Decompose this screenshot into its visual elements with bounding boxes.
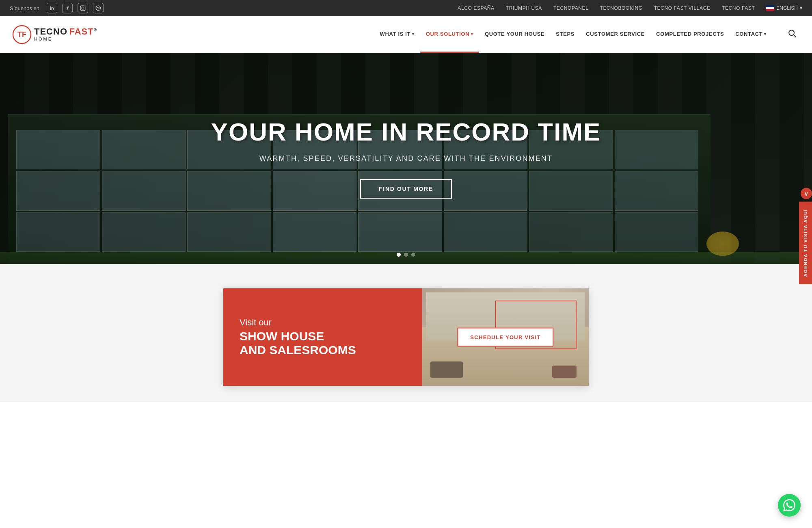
facebook-icon[interactable]: f <box>62 3 73 13</box>
hero-dot-3[interactable] <box>411 253 415 257</box>
logo-icon: TF <box>12 25 32 44</box>
svg-rect-0 <box>80 6 85 11</box>
logo-tecno: TECNO <box>34 26 67 37</box>
top-bar-links: ALCO ESPAÑA TRIUMPH USA TECNOPANEL TECNO… <box>458 5 802 11</box>
svg-point-1 <box>82 7 84 9</box>
nav-item-quote[interactable]: QUOTE YOUR HOUSE <box>479 16 550 53</box>
what-is-it-dropdown-icon: ▾ <box>412 32 415 36</box>
nav-item-steps[interactable]: STEPS <box>550 16 580 53</box>
hero-title: YOUR HOME IN RECORD TIME <box>211 118 601 146</box>
instagram-icon[interactable] <box>78 3 88 13</box>
nav-item-what-is-it[interactable]: WHAT IS IT ▾ <box>374 16 420 53</box>
topbar-link-tecnopanel[interactable]: TECNOPANEL <box>553 5 588 11</box>
follow-label: Síguenos en <box>10 5 39 11</box>
nav-item-customer-service[interactable]: CUSTOMER SERVICE <box>580 16 650 53</box>
lower-section: Visit our SHOW HOUSE AND SALESROOMS SCHE… <box>0 264 812 402</box>
hero-subtitle: WARMTH, SPEED, VERSATILITY AND CARE WITH… <box>211 154 601 163</box>
nav-links: WHAT IS IT ▾ OUR SOLUTION ▾ QUOTE YOUR H… <box>374 16 772 53</box>
search-button[interactable] <box>784 26 800 43</box>
agenda-button[interactable]: AGENDA TU VISITA AQUÍ <box>799 201 812 284</box>
nav-item-completed-projects[interactable]: COMPLETED PROJECTS <box>650 16 730 53</box>
language-selector[interactable]: ENGLISH ▾ <box>766 5 802 11</box>
show-house-card: Visit our SHOW HOUSE AND SALESROOMS SCHE… <box>223 288 589 386</box>
lang-dropdown-arrow: ▾ <box>800 5 802 11</box>
hero-carousel-dots <box>397 253 415 257</box>
svg-point-2 <box>84 6 84 7</box>
linkedin-icon[interactable]: in <box>47 3 57 13</box>
logo[interactable]: TF TECNO FAST® HOME <box>12 25 97 44</box>
main-nav: TF TECNO FAST® HOME WHAT IS IT ▾ OUR SOL… <box>0 16 812 53</box>
hero-dot-2[interactable] <box>404 253 408 257</box>
logo-fast: FAST® <box>69 26 97 37</box>
topbar-link-alco[interactable]: ALCO ESPAÑA <box>458 5 494 11</box>
hero-section: YOUR HOME IN RECORD TIME WARMTH, SPEED, … <box>0 53 812 264</box>
topbar-link-village[interactable]: TECNO FAST VILLAGE <box>654 5 710 11</box>
topbar-link-triumph[interactable]: TRIUMPH USA <box>506 5 542 11</box>
contact-dropdown-icon: ▾ <box>764 32 767 36</box>
svg-line-7 <box>794 35 796 37</box>
logo-home: HOME <box>34 37 97 41</box>
top-bar: Síguenos en in f ALCO ESPAÑA TRIUMPH USA… <box>0 0 812 16</box>
show-house-left-panel: Visit our SHOW HOUSE AND SALESROOMS <box>223 288 422 386</box>
agenda-arrow-icon[interactable]: ∨ <box>801 188 812 199</box>
logo-text: TECNO FAST® HOME <box>34 27 97 41</box>
side-agenda-widget: ∨ AGENDA TU VISITA AQUÍ <box>799 201 812 284</box>
nav-item-our-solution[interactable]: OUR SOLUTION ▾ <box>420 16 479 53</box>
whatsapp-topbar-icon[interactable] <box>93 3 104 13</box>
language-label: ENGLISH <box>776 5 798 11</box>
hero-dot-1[interactable] <box>397 253 401 257</box>
visit-label: Visit our <box>240 317 406 328</box>
schedule-visit-button[interactable]: SCHEDULE YOUR VISIT <box>457 328 553 347</box>
show-house-image-panel: SCHEDULE YOUR VISIT <box>422 288 589 386</box>
topbar-link-tecnobooking[interactable]: TECNOBOOKING <box>600 5 642 11</box>
nav-item-contact[interactable]: CONTACT ▾ <box>730 16 772 53</box>
svg-text:TF: TF <box>17 30 26 39</box>
uk-flag-icon <box>766 5 774 11</box>
show-house-title: SHOW HOUSE AND SALESROOMS <box>240 329 406 357</box>
topbar-link-tecnofast[interactable]: TECNO FAST <box>722 5 755 11</box>
our-solution-dropdown-icon: ▾ <box>471 32 473 36</box>
hero-cta-button[interactable]: FIND OUT MORE <box>360 179 452 199</box>
hero-content: YOUR HOME IN RECORD TIME WARMTH, SPEED, … <box>195 118 618 198</box>
